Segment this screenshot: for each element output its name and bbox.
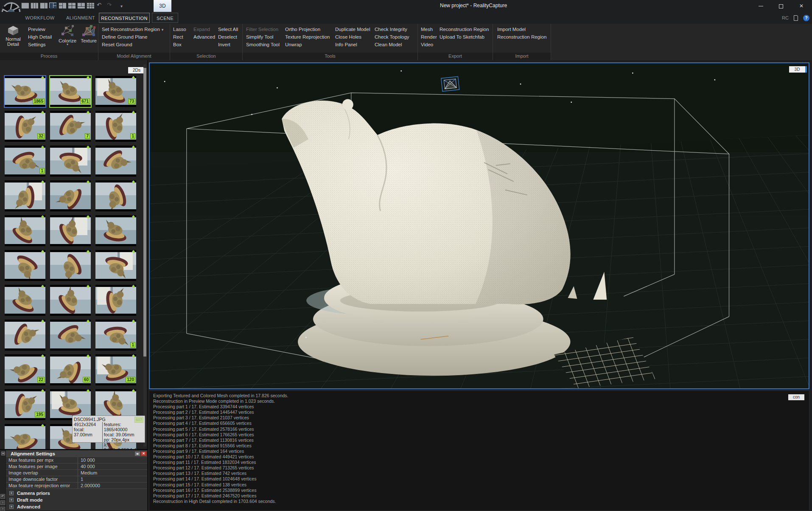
settings-section-draft-mode[interactable]: +Draft mode	[6, 497, 148, 503]
thumbnail-image[interactable]	[50, 146, 91, 177]
ribbon-button-texture[interactable]: Texture	[78, 24, 99, 43]
thumbnail-image[interactable]	[50, 215, 91, 246]
export-settings-icon[interactable]: ↑	[0, 500, 5, 505]
ribbon-button-colorize[interactable]: Colorize▾	[57, 24, 78, 46]
thumbnail-image[interactable]: 1	[95, 320, 136, 351]
ribbon-button-texture-reprojection[interactable]: Texture Reprojection	[285, 34, 330, 40]
viewport-tab-3d[interactable]: 3D	[789, 66, 805, 73]
settings-row[interactable]: Max features per mpx10 000	[6, 457, 148, 463]
ribbon-button-select-all[interactable]: Select All	[218, 26, 238, 33]
settings-row[interactable]: Max features per image40 000	[6, 463, 148, 470]
normal-detail-button[interactable]: Normal Detail	[2, 24, 25, 52]
settings-row-value[interactable]: 10 000	[78, 457, 148, 463]
thumbnail-image[interactable]	[95, 180, 136, 211]
ribbon-button-render[interactable]: Render	[421, 34, 437, 40]
layout-icon-5[interactable]	[59, 3, 66, 8]
expand-plus-icon[interactable]: +	[9, 498, 14, 502]
ribbon-button-invert[interactable]: Invert	[218, 41, 230, 48]
ribbon-button-preview[interactable]: Preview	[28, 26, 45, 33]
layout-icon-3[interactable]	[40, 3, 47, 8]
expand-plus-icon[interactable]: +	[9, 491, 14, 495]
tab-reconstruction[interactable]: RECONSTRUCTION	[99, 13, 150, 23]
layout-icon-4[interactable]	[49, 3, 56, 8]
settings-row-value[interactable]: 40 000	[78, 463, 148, 470]
ribbon-button-smoothing-tool[interactable]: Smoothing Tool	[246, 41, 280, 48]
settings-close-icon[interactable]: ✕	[141, 452, 146, 456]
thumbnail-image[interactable]	[5, 250, 45, 281]
settings-section-camera-priors[interactable]: +Camera priors	[6, 490, 148, 497]
settings-row[interactable]: Max feature reprojection error2.000000	[6, 483, 148, 489]
ribbon-button-check-integrity[interactable]: Check Integrity	[375, 26, 407, 33]
expand-plus-icon[interactable]: +	[9, 505, 14, 509]
thumbnail-image[interactable]	[50, 320, 91, 351]
viewport-3d[interactable]: 3D	[149, 62, 809, 389]
ribbon-button-import-model[interactable]: Import Model	[497, 26, 526, 33]
ribbon-button-advanced[interactable]: Advanced	[193, 34, 215, 40]
restore-panel-icon[interactable]: ↶	[0, 494, 5, 499]
layout-icon-6[interactable]	[68, 3, 75, 8]
ribbon-button-simplify-tool[interactable]: Simplify Tool	[246, 34, 273, 40]
thumbnail-image[interactable]	[5, 285, 45, 316]
tab-workflow[interactable]: WORKFLOW	[20, 13, 59, 23]
thumbnail-image[interactable]: 120	[95, 354, 136, 385]
thumbnail-scrollbar[interactable]	[143, 65, 146, 446]
ribbon-button-high-detail[interactable]: High Detail	[28, 34, 52, 40]
thumbnail-image[interactable]	[95, 285, 136, 316]
thumbnail-image[interactable]	[95, 215, 136, 246]
ribbon-button-box[interactable]: Box	[173, 41, 182, 48]
layout-icon-2[interactable]	[31, 3, 38, 8]
thumbnail-image[interactable]	[5, 320, 45, 351]
thumbnail-image[interactable]: 195	[5, 389, 45, 420]
settings-header[interactable]: − Alignment Settings ◂▸ ✕	[6, 450, 148, 457]
maximize-button[interactable]	[771, 0, 791, 12]
thumbnail-image[interactable]: 7	[50, 111, 91, 142]
thumbnail-image[interactable]	[5, 215, 45, 246]
layout-icon-1[interactable]	[21, 3, 28, 8]
ribbon-button-duplicate-model[interactable]: Duplicate Model	[335, 26, 370, 33]
ribbon-button-reset-ground[interactable]: Reset Ground	[102, 41, 132, 48]
minimize-button[interactable]	[751, 0, 770, 12]
thumbnail-image[interactable]: 1	[5, 146, 45, 177]
thumbnail-image[interactable]	[50, 180, 91, 211]
thumbnail-image[interactable]: 22	[5, 354, 45, 385]
thumbnail-image[interactable]: 60	[50, 354, 91, 385]
layout-icon-7[interactable]	[77, 3, 84, 8]
ribbon-button-reconstruction-region[interactable]: Reconstruction Region	[497, 34, 546, 40]
tab-alignment[interactable]: ALIGNMENT	[63, 13, 98, 23]
thumbnail-image[interactable]	[50, 285, 91, 316]
ribbon-button-set-reconstruction-region[interactable]: Set Reconstruction Region▾	[102, 26, 163, 33]
scrollbar-thumb[interactable]	[143, 68, 146, 357]
ribbon-button-close-holes[interactable]: Close Holes	[335, 34, 361, 40]
ribbon-button-video[interactable]: Video	[421, 41, 433, 48]
thumbnail-image[interactable]	[5, 424, 45, 449]
mesh-scene[interactable]	[150, 63, 809, 388]
redo-icon[interactable]: ↷	[107, 2, 112, 8]
ribbon-button-info-panel[interactable]: Info Panel	[335, 41, 357, 48]
tab-scene[interactable]: SCENE	[152, 13, 178, 23]
thumbnail-image[interactable]: 1	[95, 111, 136, 142]
thumbnail-image[interactable]	[95, 250, 136, 281]
import-settings-icon[interactable]: ↑	[0, 507, 5, 511]
layout-icon-8[interactable]	[87, 3, 94, 8]
viewport-tab-3d-top[interactable]: 3D	[154, 0, 171, 12]
document-icon[interactable]	[794, 15, 798, 21]
ribbon-button-ortho-projection[interactable]: Ortho Projection	[285, 26, 320, 33]
settings-row-value[interactable]: Medium	[78, 470, 148, 476]
ribbon-button-lasso[interactable]: Lasso	[173, 26, 186, 33]
console-panel[interactable]: Exporting Textured and Colored Mesh comp…	[149, 390, 809, 511]
ribbon-button-unwrap[interactable]: Unwrap	[285, 41, 302, 48]
collapse-icon[interactable]: −	[1, 452, 5, 455]
thumbnail-image[interactable]: 32	[5, 111, 45, 142]
thumbnail-image[interactable]	[5, 180, 45, 211]
undo-icon[interactable]: ↶	[97, 2, 101, 8]
ribbon-button-reconstruction-region[interactable]: Reconstruction Region	[440, 26, 489, 33]
ribbon-button-upload-to-sketchfab[interactable]: Upload To Sketchfab	[440, 34, 484, 40]
settings-row[interactable]: Image downscale factor1	[6, 476, 148, 483]
thumbnail-image[interactable]	[95, 146, 136, 177]
console-tab[interactable]: con	[788, 394, 804, 400]
settings-row[interactable]: Image overlapMedium	[6, 470, 148, 476]
close-button[interactable]: ✕	[792, 0, 811, 12]
thumbnail-image[interactable]: 1865	[5, 76, 45, 107]
thumbnail-image[interactable]: 73	[95, 76, 136, 107]
settings-section-advanced[interactable]: +Advanced	[6, 504, 148, 510]
